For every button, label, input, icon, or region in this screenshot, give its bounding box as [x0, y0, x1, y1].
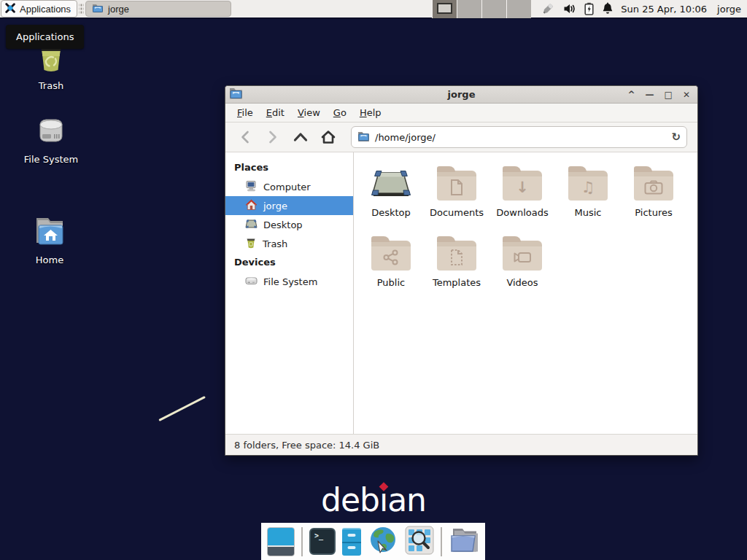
- file-item-label: Templates: [433, 277, 481, 288]
- desktop-icon-home[interactable]: Home: [9, 214, 90, 266]
- dock-folder-icon[interactable]: [449, 526, 479, 558]
- panel-handle[interactable]: [79, 3, 84, 15]
- trash-small-icon: [245, 237, 257, 251]
- maximize-button[interactable]: □: [665, 90, 673, 99]
- file-item-public[interactable]: Public: [358, 233, 424, 303]
- file-item-label: Documents: [430, 207, 484, 218]
- home-button[interactable]: [316, 126, 341, 148]
- music-folder-icon: ♫: [568, 171, 608, 201]
- path-bar[interactable]: /home/jorge/ ↻: [351, 126, 687, 148]
- documents-folder-icon: [437, 171, 476, 201]
- menu-file[interactable]: File: [231, 105, 259, 120]
- sidebar-item-label: File System: [263, 276, 317, 287]
- sidebar-item-label: jorge: [263, 201, 287, 211]
- file-grid: Desktop Documents ↓ Downloads: [354, 152, 697, 434]
- sidebar: Places Computer: [225, 152, 354, 434]
- debian-logo: debıan: [0, 481, 747, 518]
- file-item-downloads[interactable]: ↓ Downloads: [489, 163, 555, 233]
- shade-button[interactable]: ^: [628, 90, 635, 99]
- sidebar-item-trash[interactable]: Trash: [225, 234, 353, 253]
- file-item-videos[interactable]: Videos: [489, 233, 555, 303]
- home-icon: [245, 199, 258, 213]
- app-finder-icon[interactable]: [405, 526, 434, 558]
- sidebar-header-places: Places: [225, 158, 353, 177]
- folder-icon: [92, 3, 104, 15]
- menu-go[interactable]: Go: [328, 105, 352, 120]
- sidebar-item-jorge[interactable]: jorge: [225, 196, 353, 215]
- drive-icon: [245, 276, 258, 288]
- menu-edit[interactable]: Edit: [260, 105, 290, 120]
- dock: >_: [261, 523, 485, 560]
- downloads-folder-icon: ↓: [503, 171, 542, 201]
- file-item-label: Music: [575, 207, 602, 218]
- volume-icon[interactable]: [563, 3, 576, 15]
- file-item-music[interactable]: ♫ Music: [555, 163, 621, 233]
- applications-button-label: Applications: [20, 4, 71, 15]
- sidebar-item-label: Trash: [263, 238, 287, 249]
- toolbar: /home/jorge/ ↻: [225, 122, 697, 152]
- up-button[interactable]: [288, 126, 313, 148]
- statusbar: 8 folders, Free space: 14.4 GiB: [225, 434, 697, 455]
- workspace-1[interactable]: [432, 0, 457, 18]
- templates-folder-icon: [437, 241, 476, 271]
- sidebar-item-desktop[interactable]: Desktop: [225, 215, 353, 234]
- file-item-documents[interactable]: Documents: [424, 163, 489, 233]
- tray-eraser-icon[interactable]: [541, 2, 555, 15]
- window-title: jorge: [225, 89, 697, 100]
- applications-button[interactable]: Applications: [1, 0, 77, 18]
- desktop-icon-label: Trash: [39, 81, 63, 92]
- file-item-label: Public: [377, 277, 405, 288]
- computer-icon: [245, 180, 258, 194]
- workspace-switcher[interactable]: [432, 0, 531, 18]
- terminal-icon[interactable]: >_: [309, 528, 336, 555]
- home-folder-icon: [31, 214, 69, 251]
- sidebar-item-file-system[interactable]: File System: [225, 272, 353, 291]
- path-text[interactable]: /home/jorge/: [375, 132, 666, 143]
- file-item-label: Desktop: [371, 207, 411, 218]
- menu-view[interactable]: View: [292, 105, 326, 120]
- clock[interactable]: Sun 25 Apr, 10:06: [621, 4, 707, 15]
- file-item-desktop[interactable]: Desktop: [358, 163, 424, 233]
- notification-bell-icon[interactable]: [602, 2, 614, 15]
- username-label[interactable]: jorge: [717, 4, 741, 15]
- web-browser-icon[interactable]: [368, 525, 398, 559]
- workspace-window-preview: [437, 3, 452, 14]
- path-folder-icon: [357, 131, 370, 144]
- reload-icon[interactable]: ↻: [671, 131, 681, 144]
- forward-button[interactable]: [260, 126, 285, 148]
- dock-separator: [441, 527, 442, 556]
- stray-line-artifact: [158, 396, 206, 421]
- workspace-4[interactable]: [506, 0, 531, 18]
- file-item-templates[interactable]: Templates: [424, 233, 489, 303]
- taskbar-window-label: jorge: [108, 4, 129, 15]
- battery-icon[interactable]: [584, 2, 594, 15]
- show-desktop-icon[interactable]: [267, 527, 295, 556]
- file-manager-icon[interactable]: [342, 528, 362, 556]
- desktop-icon-file-system[interactable]: File System: [11, 114, 91, 166]
- close-button[interactable]: ✕: [683, 90, 690, 99]
- workspace-3[interactable]: [481, 0, 506, 18]
- debian-logo-text: deb: [321, 481, 379, 518]
- file-manager-window: jorge ^ — □ ✕ File Edit View Go Help: [225, 85, 698, 456]
- sidebar-item-label: Desktop: [263, 219, 303, 230]
- menubar: File Edit View Go Help: [225, 104, 697, 122]
- sidebar-item-computer[interactable]: Computer: [225, 177, 353, 196]
- desktop-icon-label: File System: [24, 155, 78, 166]
- file-item-pictures[interactable]: Pictures: [621, 163, 686, 233]
- titlebar[interactable]: jorge ^ — □ ✕: [225, 86, 697, 104]
- system-tray: [541, 2, 614, 15]
- desktop-special-icon: [370, 163, 412, 201]
- pictures-folder-icon: [634, 171, 673, 201]
- minimize-button[interactable]: —: [646, 90, 654, 99]
- sidebar-header-devices: Devices: [225, 253, 353, 272]
- file-item-label: Pictures: [635, 207, 672, 218]
- taskbar-window-button[interactable]: jorge: [85, 1, 231, 17]
- file-item-label: Downloads: [496, 207, 548, 218]
- desktop-icon-label: Home: [36, 255, 63, 266]
- workspace-2[interactable]: [457, 0, 481, 18]
- applications-tooltip: Applications: [6, 25, 84, 49]
- top-panel: Applications jorge: [0, 0, 747, 19]
- hard-drive-icon: [33, 114, 69, 150]
- back-button[interactable]: [233, 126, 258, 148]
- menu-help[interactable]: Help: [354, 105, 387, 120]
